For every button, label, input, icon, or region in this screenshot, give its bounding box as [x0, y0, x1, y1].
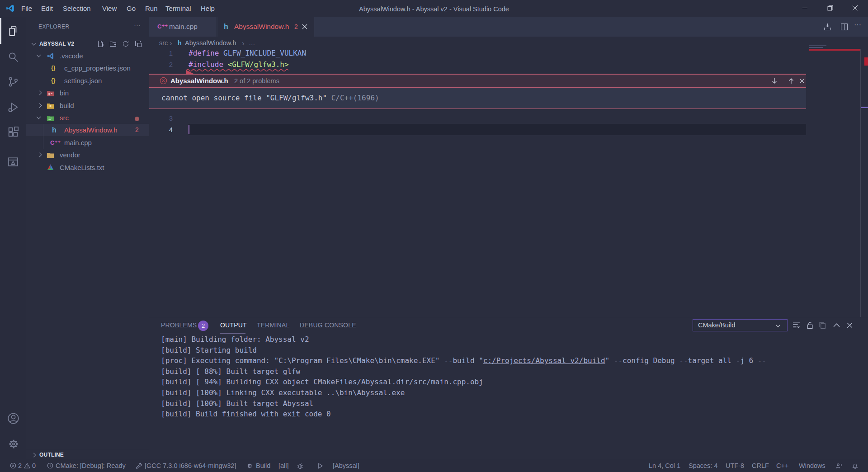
activity-selection-indicator [0, 18, 1, 44]
encoding[interactable]: UTF-8 [726, 459, 744, 472]
minimap-error-mark [809, 49, 860, 51]
clear-output-icon[interactable] [793, 321, 800, 329]
tree-item-vscode[interactable]: .vscode [26, 50, 149, 62]
cmake-tools-icon[interactable] [7, 156, 19, 168]
run-debug-icon[interactable] [7, 101, 19, 113]
editor-tab-bar: C⁺⁺ main.cpp h AbyssalWindow.h 2 ··· [149, 17, 868, 37]
explorer-icon[interactable] [7, 25, 19, 38]
tree-item-c-cpp-properties[interactable]: {} c_cpp_properties.json [26, 62, 149, 74]
new-folder-icon[interactable] [109, 40, 117, 47]
tree-item-main-cpp[interactable]: C⁺⁺ main.cpp [26, 137, 149, 149]
menu-go[interactable]: Go [127, 0, 136, 17]
tree-item-vendor[interactable]: vendor [26, 149, 149, 161]
editor-more-actions-icon[interactable]: ··· [854, 21, 861, 29]
tree-item-src[interactable]: src [26, 112, 149, 124]
code-line-1[interactable]: #define GLFW_INCLUDE_VULKAN [189, 48, 306, 59]
breadcrumb-file[interactable]: AbyssalWindow.h [185, 38, 236, 49]
copy-output-icon[interactable] [819, 321, 826, 329]
menu-selection[interactable]: Selection [63, 0, 91, 17]
cmake-kit[interactable]: [GCC 7.3.0 i686-w64-mingw32] [145, 459, 236, 472]
peek-header: AbyssalWindow.h 2 of 2 problems [149, 75, 806, 87]
unlock-icon[interactable] [806, 321, 814, 329]
new-file-icon[interactable] [97, 40, 104, 47]
tab-problems-badge: 2 [294, 17, 298, 37]
cmake-info-icon [47, 463, 53, 469]
build-target-all[interactable]: [all] [278, 459, 289, 472]
explorer-section-header[interactable]: ABYSSAL V2 [26, 38, 149, 50]
peek-prev-icon[interactable] [788, 77, 795, 85]
menu-help[interactable]: Help [201, 0, 215, 17]
close-window-button[interactable] [842, 0, 868, 17]
line-number-3: 3 [149, 113, 173, 124]
refresh-icon[interactable] [122, 40, 129, 47]
menu-run[interactable]: Run [145, 0, 158, 17]
cmake-status[interactable]: CMake: [Debug]: Ready [56, 459, 126, 472]
close-panel-icon[interactable] [846, 321, 854, 329]
output-line: [main] Building folder: Abyssal v2 [161, 334, 309, 345]
minimize-button[interactable] [792, 0, 817, 17]
feedback-icon[interactable] [835, 463, 843, 470]
account-icon[interactable] [7, 412, 19, 425]
close-tab-icon[interactable] [302, 24, 308, 30]
build-path-link[interactable]: c:/Projects/Abyssal v2/build [483, 356, 605, 365]
debug-bug-icon[interactable] [297, 463, 304, 470]
maximize-panel-icon[interactable] [833, 321, 840, 329]
search-icon[interactable] [7, 51, 19, 63]
line-number-2: 2 [149, 59, 173, 71]
launch-target[interactable]: [Abyssal] [333, 459, 359, 472]
tree-item-cmakelists[interactable]: CMakeLists.txt [26, 161, 149, 174]
menu-file[interactable]: File [21, 0, 32, 17]
breadcrumb-folder[interactable]: src [159, 38, 168, 49]
notifications-bell-icon[interactable] [852, 463, 859, 469]
warning-count[interactable]: 0 [32, 459, 36, 472]
output-line: [build] Build finished with exit code 0 [161, 409, 331, 420]
menu-edit[interactable]: Edit [41, 0, 53, 17]
language-mode[interactable]: C++ [776, 459, 788, 472]
panel-tab-debug-console[interactable]: DEBUG CONSOLE [300, 317, 356, 333]
breadcrumb-more[interactable]: … [249, 38, 255, 49]
kit-wrench-icon [135, 463, 142, 469]
settings-gear-icon[interactable] [7, 437, 19, 450]
tree-item-bin[interactable]: bin [26, 87, 149, 99]
output-line: [build] [100%] Built target Abyssal [161, 398, 313, 409]
peek-close-icon[interactable] [799, 78, 805, 84]
peek-next-icon[interactable] [771, 77, 778, 85]
peek-arrow [186, 70, 193, 74]
cursor-position[interactable]: Ln 4, Col 1 [649, 459, 680, 472]
breadcrumb-separator: › [170, 38, 172, 49]
tree-item-abyssal-window-h[interactable]: h AbyssalWindow.h 2 [26, 124, 149, 136]
build-gear-icon [246, 463, 253, 469]
panel-tab-problems[interactable]: PROBLEMS [161, 317, 197, 333]
output-line: [build] [100%] Linking CXX executable ..… [161, 387, 405, 398]
tree-item-build[interactable]: build [26, 99, 149, 112]
problems-peek-widget: AbyssalWindow.h 2 of 2 problems cannot o… [149, 74, 806, 109]
peek-body[interactable]: cannot open source file "GLFW/glfw3.h" C… [149, 88, 806, 109]
error-count[interactable]: 2 [18, 459, 22, 472]
extensions-icon[interactable] [7, 126, 19, 138]
tab-main-cpp[interactable]: C⁺⁺ main.cpp [150, 17, 217, 37]
outline-label: OUTLINE [39, 450, 64, 460]
split-editor-icon[interactable] [840, 23, 848, 31]
collapse-folders-icon[interactable] [135, 40, 142, 47]
source-control-icon[interactable] [7, 76, 19, 88]
launch-play-icon[interactable] [317, 463, 324, 469]
output-channel-dropdown[interactable]: CMake/Build [693, 319, 788, 331]
menu-terminal[interactable]: Terminal [165, 0, 191, 17]
build-button[interactable]: Build [256, 459, 270, 472]
download-actions-icon[interactable] [824, 23, 831, 31]
eol-sequence[interactable]: CRLF [752, 459, 769, 472]
chevron-down-icon [775, 323, 781, 329]
explorer-more-icon[interactable]: ··· [134, 21, 141, 29]
tab-abyssal-window-h[interactable]: h AbyssalWindow.h 2 [217, 17, 314, 37]
menu-view[interactable]: View [102, 0, 117, 17]
overview-cursor-mark [861, 107, 868, 108]
panel-tab-output[interactable]: OUTPUT [220, 317, 247, 333]
os-indicator[interactable]: Windows [799, 459, 826, 472]
output-line: [build] [ 94%] Building CXX object CMake… [161, 377, 483, 387]
restore-button[interactable] [817, 0, 843, 17]
peek-source: C/C++(1696) [331, 94, 379, 102]
tree-item-settings-json[interactable]: {} settings.json [26, 75, 149, 87]
vscode-logo-icon [6, 4, 14, 13]
panel-tab-terminal[interactable]: TERMINAL [257, 317, 289, 333]
indentation[interactable]: Spaces: 4 [689, 459, 718, 472]
